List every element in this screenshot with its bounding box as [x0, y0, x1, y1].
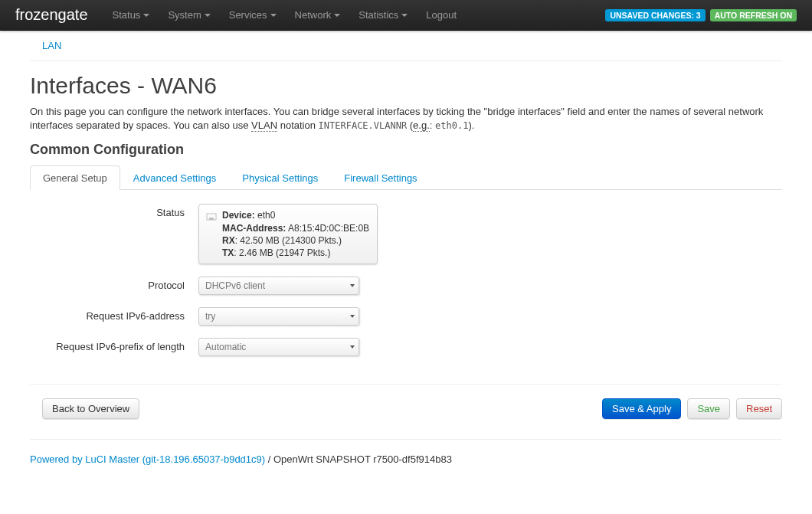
- nav-statistics[interactable]: Statistics: [349, 0, 417, 31]
- tab-physical[interactable]: Physical Settings: [229, 165, 331, 190]
- ipv6-address-select[interactable]: try: [198, 307, 359, 326]
- navbar: frozengate Status System Services Networ…: [0, 0, 812, 31]
- label-status: Status: [30, 204, 198, 218]
- caret-icon: [334, 14, 340, 17]
- actions-bar: Back to Overview Save & Apply Save Reset: [30, 395, 782, 433]
- nav-logout[interactable]: Logout: [417, 0, 466, 31]
- label-protocol: Protocol: [30, 277, 198, 291]
- auto-refresh-badge[interactable]: AUTO REFRESH ON: [710, 9, 797, 21]
- status-box: Device: eth0 MAC-Address: A8:15:4D:0C:BE…: [198, 204, 378, 264]
- nav-system[interactable]: System: [159, 0, 219, 31]
- protocol-select[interactable]: DHCPv6 client: [198, 277, 359, 295]
- footer: Powered by LuCI Master (git-18.196.65037…: [30, 450, 782, 468]
- unsaved-changes-badge[interactable]: UNSAVED CHANGES: 3: [605, 9, 705, 21]
- caret-icon: [401, 14, 408, 17]
- section-title: Common Configuration: [30, 142, 782, 158]
- nav-services[interactable]: Services: [220, 0, 286, 31]
- caret-icon: [143, 14, 149, 17]
- tab-advanced[interactable]: Advanced Settings: [120, 165, 229, 190]
- back-button[interactable]: Back to Overview: [42, 398, 139, 419]
- reset-button[interactable]: Reset: [736, 398, 782, 419]
- ethernet-icon: [205, 211, 218, 223]
- tab-general[interactable]: General Setup: [30, 165, 120, 190]
- breadcrumb: LAN: [30, 31, 782, 61]
- ipv6-prefix-select[interactable]: Automatic: [198, 338, 359, 356]
- brand[interactable]: frozengate: [15, 6, 88, 24]
- eg-abbr: e.g.: [413, 119, 430, 132]
- footer-link[interactable]: Powered by LuCI Master (git-18.196.65037…: [30, 453, 265, 465]
- save-button[interactable]: Save: [687, 398, 730, 419]
- svg-rect-1: [209, 218, 214, 220]
- label-ipv6-prefix: Request IPv6-prefix of length: [30, 338, 198, 352]
- nav-menu: Status System Services Network Statistic…: [103, 0, 601, 31]
- caret-icon: [270, 14, 277, 17]
- caret-icon: [205, 14, 211, 17]
- save-apply-button[interactable]: Save & Apply: [602, 398, 681, 419]
- page-title: Interfaces - WAN6: [30, 73, 782, 99]
- page-description: On this page you can configure the netwo…: [30, 105, 782, 133]
- breadcrumb-lan[interactable]: LAN: [42, 40, 61, 51]
- tabs: General Setup Advanced Settings Physical…: [30, 165, 782, 190]
- nav-network[interactable]: Network: [286, 0, 350, 31]
- tab-firewall[interactable]: Firewall Settings: [331, 165, 430, 190]
- nav-status[interactable]: Status: [103, 0, 159, 31]
- vlan-abbr: VLAN: [251, 119, 277, 132]
- label-ipv6-address: Request IPv6-address: [30, 307, 198, 322]
